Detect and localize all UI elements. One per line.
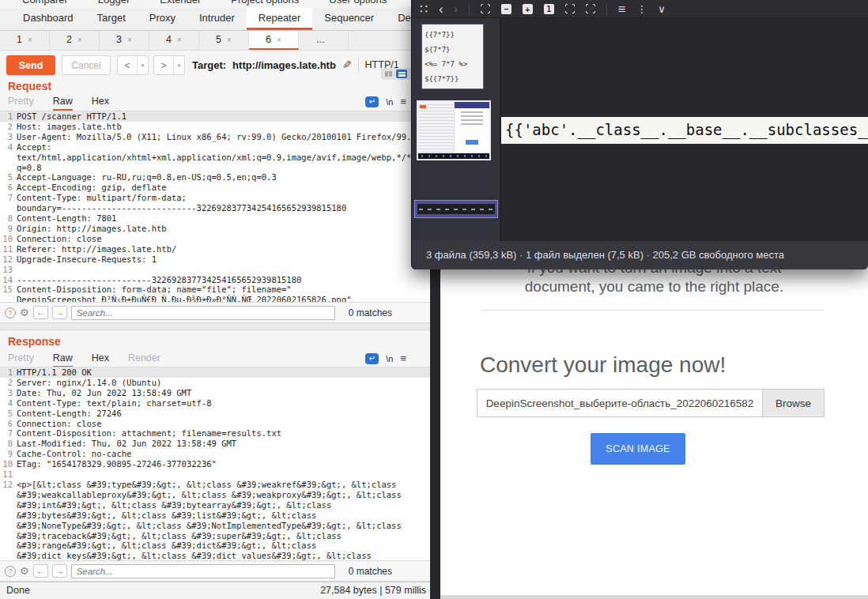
module-tab[interactable]: Intruder <box>187 8 247 30</box>
history-forward-button[interactable]: > ▾ <box>153 55 185 75</box>
repeater-tab[interactable]: 1 × <box>0 31 50 50</box>
gear-icon[interactable]: ⚙ <box>20 307 29 318</box>
viewer-canvas[interactable]: {{'abc'.__class__.__base__.__subclasses_… <box>501 18 868 241</box>
line-text: &#39;bytes&#39;&gt;, &lt;class &#39;list… <box>17 510 432 521</box>
rows-layout-icon[interactable] <box>396 70 408 78</box>
response-view-tab[interactable]: Raw <box>53 352 73 367</box>
show-newlines-toggle[interactable]: \n <box>386 97 393 107</box>
search-input[interactable] <box>71 564 335 578</box>
zoom-actual-size-icon[interactable]: 1 <box>544 4 554 14</box>
fullscreen-icon[interactable] <box>586 4 595 13</box>
chevron-down-icon[interactable]: ▾ <box>174 56 184 74</box>
cancel-button[interactable]: Cancel <box>62 55 111 75</box>
dropdown-chevron-icon[interactable]: ∨ <box>658 4 666 14</box>
zoom-fit-icon[interactable] <box>481 4 490 13</box>
editor-menu-icon[interactable]: ≡ <box>400 352 406 364</box>
columns-layout-icon[interactable] <box>383 70 394 78</box>
line-text: Content-Length: 27246 <box>17 409 432 419</box>
top-menu-item[interactable]: User options <box>329 0 387 6</box>
close-icon[interactable]: × <box>77 36 82 44</box>
zoom-in-icon[interactable]: + <box>523 4 533 14</box>
line-text: text/html,application/xhtml+xml,applicat… <box>17 153 432 163</box>
close-icon[interactable]: × <box>227 36 232 44</box>
search-prev-icon[interactable]: ← <box>33 306 48 319</box>
request-search-bar: ? ⚙ ← → 0 matches <box>0 303 432 323</box>
line-text: Last-Modified: Thu, 02 Jun 2022 13:58:49… <box>17 439 432 449</box>
fit-width-icon[interactable] <box>565 4 575 13</box>
line-number: 10 <box>0 234 17 244</box>
editor-menu-icon[interactable]: ≡ <box>400 96 406 107</box>
close-icon[interactable]: × <box>277 36 281 44</box>
line-number <box>0 541 17 551</box>
line-text: &#39;NoneType&#39;&gt;, &lt;class &#39;N… <box>17 521 432 531</box>
module-tab[interactable]: Dashboard <box>11 8 85 30</box>
zoom-out-icon[interactable]: − <box>501 4 511 14</box>
line-text: DeepinScreenshot_Ð²Ñ‹Ð±ÐµÑ€Ð¸Ñ‚Ðµ-Ð¾Ð±Ð»… <box>17 295 432 303</box>
page-title: Convert your image now! <box>480 352 726 378</box>
editor-line: 8 Content-Length: 7801 <box>0 213 432 224</box>
response-view-tab[interactable]: Render <box>128 352 160 367</box>
request-editor[interactable]: 1 POST /scanner HTTP/1.1 2 Host: images.… <box>0 111 432 303</box>
history-back-button[interactable]: < ▾ <box>117 55 149 75</box>
top-menu-item[interactable]: Extender <box>160 0 201 6</box>
send-button[interactable]: Send <box>6 55 55 75</box>
response-view-tab[interactable]: Pretty <box>8 352 34 367</box>
search-prev-icon[interactable]: ← <box>33 564 48 578</box>
close-icon[interactable]: × <box>127 36 132 44</box>
browse-button[interactable]: Browse <box>762 390 824 416</box>
edit-pencil-icon[interactable]: ✎ <box>342 58 352 71</box>
scan-image-button[interactable]: SCAN IMAGE <box>591 433 685 465</box>
repeater-tab[interactable]: 4 × <box>149 31 199 50</box>
repeater-tab[interactable]: ... <box>299 31 349 50</box>
word-wrap-icon[interactable]: ↵ <box>365 353 379 364</box>
editor-line: 2 Server: nginx/1.14.0 (Ubuntu) <box>0 378 432 388</box>
editor-line: 7 Content-Type: multipart/form-data; <box>0 193 432 203</box>
show-newlines-toggle[interactable]: \n <box>386 354 393 364</box>
mini-webpage-panel <box>455 102 489 153</box>
line-text: Accept-Encoding: gzip, deflate <box>17 183 432 193</box>
thumbnail-desktop-screenshot[interactable] <box>417 100 491 160</box>
request-view-tab[interactable]: Raw <box>53 96 73 111</box>
search-input[interactable] <box>71 306 335 320</box>
line-number: 1 <box>0 367 17 378</box>
search-next-icon[interactable]: → <box>52 306 67 319</box>
gear-icon[interactable]: ⚙ <box>20 565 29 577</box>
request-view-tab[interactable]: Pretty <box>8 96 34 111</box>
chevron-down-icon[interactable]: ▾ <box>138 56 148 74</box>
line-text: Connection: close <box>17 419 432 429</box>
thumbnail-ssti-payloads[interactable]: {{7*7}}${7*7}<%= 7*7 %>${{7*7}} <box>421 24 484 89</box>
line-number: 5 <box>0 409 17 419</box>
module-tab[interactable]: Repeater <box>247 8 312 30</box>
repeater-tab[interactable]: 6 × <box>249 31 299 50</box>
response-editor[interactable]: 1 HTTP/1.1 200 OK 2 Server: nginx/1.14.0… <box>0 367 432 561</box>
repeater-tab[interactable]: 2 × <box>50 31 100 50</box>
line-number: 8 <box>0 213 17 224</box>
file-input[interactable]: DeepinScreenshot_выберите-область_202206… <box>477 389 825 417</box>
target-bar: Target: http://images.late.htb ✎ HTTP/1 <box>192 51 399 79</box>
forward-icon[interactable]: › <box>455 4 458 14</box>
more-options-icon[interactable]: ⋮ <box>636 4 647 14</box>
top-menu-item[interactable]: Comparer <box>22 0 68 6</box>
request-view-tab[interactable]: Hex <box>92 96 109 111</box>
response-view-tab[interactable]: Hex <box>92 352 109 367</box>
top-menu-item[interactable]: Logger <box>98 0 130 6</box>
back-icon[interactable]: ‹ <box>439 4 443 14</box>
repeater-tab[interactable]: 3 × <box>100 31 149 50</box>
list-view-icon[interactable]: ≡ <box>618 4 625 14</box>
top-menu-item[interactable]: Project options <box>231 0 299 6</box>
repeater-tab[interactable]: 5 × <box>199 31 249 50</box>
help-icon[interactable]: ? <box>5 566 16 577</box>
close-icon[interactable]: × <box>177 36 182 44</box>
help-icon[interactable]: ? <box>5 307 16 318</box>
divider <box>481 310 824 311</box>
search-next-icon[interactable]: → <box>52 564 67 578</box>
response-search-bar: ? ⚙ ← → 0 matches <box>0 561 432 582</box>
module-tab[interactable]: Sequencer <box>312 8 386 30</box>
module-tab[interactable]: Proxy <box>138 8 187 30</box>
close-icon[interactable]: × <box>28 36 32 44</box>
thumbnail-selected-payload-strip[interactable] <box>414 200 498 218</box>
module-tab[interactable]: Target <box>85 8 138 30</box>
word-wrap-icon[interactable]: ↵ <box>365 96 379 107</box>
editor-line: &#39;weakcallableproxy&#39;&gt;, &lt;cla… <box>0 490 432 500</box>
thumbnails-grid-icon[interactable]: ∷ <box>420 4 428 14</box>
